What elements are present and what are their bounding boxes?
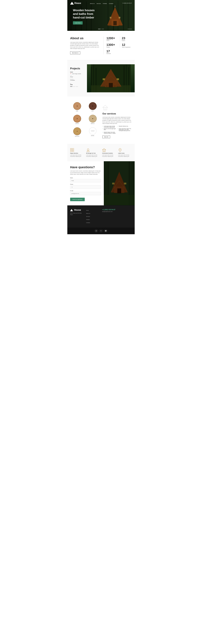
stat-experts: 23 Experts xyxy=(120,36,132,41)
svg-rect-79 xyxy=(104,150,105,152)
svg-marker-62 xyxy=(103,105,108,108)
why-selection-title: Huge selection xyxy=(70,152,84,154)
project-dot-1[interactable] xyxy=(70,86,72,87)
phone-input[interactable] xyxy=(70,186,101,189)
project-dot-2[interactable] xyxy=(73,86,75,87)
svg-point-39 xyxy=(92,106,93,106)
footer-nav: Home About Us Services Portfolio Contact… xyxy=(86,209,100,224)
footer-nav-portfolio[interactable]: Portfolio xyxy=(86,219,90,220)
nav-link-about[interactable]: About Us xyxy=(90,3,95,4)
footer-nav-services[interactable]: Services xyxy=(86,216,90,217)
wood-nut-circle xyxy=(89,102,97,110)
wood-nut-label: NUT xyxy=(92,110,94,112)
footer-social-bar: Bé xyxy=(67,228,135,234)
why-news-text: Lorem ipsum dolor sit amet, consectetuer… xyxy=(118,154,132,157)
behance-icon[interactable]: Bé xyxy=(99,229,103,232)
phone-label: Phone xyxy=(70,184,101,185)
why-news-title: Latest news xyxy=(118,152,132,154)
hero-slider-line xyxy=(128,29,132,29)
stat-awards: 17 Awerands xyxy=(106,50,118,54)
feature-4: ✓ Nascetur ridiculus mus. xyxy=(117,126,132,128)
check-icon-4: ✓ xyxy=(117,126,118,127)
why-location-title: Convenient location xyxy=(102,152,116,154)
wood-maple[interactable]: MAPLE xyxy=(86,115,100,126)
youtube-icon[interactable] xyxy=(104,229,107,232)
submit-application-button[interactable]: Submit an application xyxy=(70,198,85,201)
logo-text: House xyxy=(74,2,81,4)
wood-larch-label: LARCH xyxy=(75,123,79,124)
design-icon xyxy=(86,148,100,152)
feature-1: ✓ Lorem ipsum dolor sit amet, consectetu… xyxy=(102,126,117,128)
nav-phone: +1 (202) 315-54-07 xyxy=(122,2,132,4)
svg-marker-98 xyxy=(70,209,73,211)
projects-title: Projects xyxy=(70,67,84,70)
svg-line-76 xyxy=(88,150,89,151)
svg-point-71 xyxy=(87,149,89,150)
about-title: About us xyxy=(70,36,101,40)
wood-oak-label: OAK xyxy=(76,110,78,112)
contact-text: Lorem ipsum dolor sit amet, consectetuer… xyxy=(70,170,101,175)
project-image xyxy=(87,64,135,92)
wood-more[interactable]: MORE xyxy=(86,127,100,138)
duration-value: 3 months xyxy=(70,80,84,81)
project-counter: 1 / xyxy=(70,83,84,84)
footer-phone: +1 (202) 315-54-07 xyxy=(102,209,116,210)
more-info-button[interactable]: More info xyxy=(102,136,110,138)
project-year: 2020 xyxy=(70,84,84,85)
check-icon-2: ✓ xyxy=(102,128,103,129)
wood-more-circle xyxy=(89,127,96,135)
instagram-icon[interactable] xyxy=(95,229,98,232)
services-house-icon xyxy=(102,105,108,110)
name-label: Name xyxy=(70,177,101,178)
wood-spruce[interactable]: SPRUCE xyxy=(70,127,84,138)
why-design-title: 3D design for free xyxy=(86,152,100,154)
area-value: 79 m² xyxy=(70,76,84,78)
learn-more-button[interactable]: Learn More xyxy=(73,21,83,24)
feature-3: ✓ Aenean massa. Cum sociis natoque penat… xyxy=(102,132,117,134)
nav-link-portfolio[interactable]: Portfolio xyxy=(103,3,107,4)
location-icon xyxy=(102,148,116,152)
svg-point-101 xyxy=(97,230,97,230)
check-icon-1: ✓ xyxy=(102,126,103,127)
footer-logo: House xyxy=(70,209,84,211)
logo-icon xyxy=(70,2,74,4)
wood-oak-circle xyxy=(73,102,81,110)
svg-rect-99 xyxy=(96,230,97,232)
stat-clients: 1200+ Clients xyxy=(106,36,118,41)
wood-maple-label: MAPLE xyxy=(91,123,94,124)
nav-link-services[interactable]: Services xyxy=(97,3,101,4)
svg-point-46 xyxy=(77,118,77,119)
wood-larch-circle xyxy=(73,115,81,122)
svg-marker-77 xyxy=(102,148,106,150)
why-design-text: Lorem ipsum dolor sit amet, consectetuer… xyxy=(86,154,100,157)
project-type: Hotel xyxy=(70,72,84,73)
why-news: Latest news Lorem ipsum dolor sit amet, … xyxy=(118,148,132,157)
svg-rect-64 xyxy=(105,108,106,110)
nav-link-contacts[interactable]: Contacts xyxy=(109,3,113,4)
footer-address: 1907 E Red Line Rd #108, Texas xyxy=(70,212,84,216)
wood-spruce-circle xyxy=(73,127,81,135)
footer-nav-home[interactable]: Home xyxy=(86,210,89,211)
email-input[interactable] xyxy=(70,192,101,195)
stat-projects: 1300+ Projects xyxy=(106,43,118,48)
wood-larch[interactable]: LARCH xyxy=(70,115,84,126)
wood-oak[interactable]: OAK xyxy=(70,102,84,113)
more-about-us-button[interactable]: More About Us xyxy=(70,52,80,54)
footer-contact: +1 (202) 315-54-07 info@cabinhouse.com xyxy=(102,209,116,224)
wood-spruce-label: SPRUCE xyxy=(75,136,79,137)
name-input[interactable] xyxy=(70,179,101,182)
svg-rect-25 xyxy=(91,64,131,92)
project-dot-3[interactable] xyxy=(76,86,78,87)
feature-2: ✓ Aenean commodo ligula eget dolor. xyxy=(102,128,117,131)
logo: House xyxy=(70,2,81,4)
wood-nut[interactable]: NUT xyxy=(86,102,100,113)
footer-nav-about[interactable]: About Us xyxy=(86,213,90,214)
svg-point-100 xyxy=(96,230,97,231)
feature-5: ✓ Donec quam felis, ultrices nec, pretiu… xyxy=(117,128,132,131)
svg-line-73 xyxy=(89,150,89,152)
why-design: 3D design for free Lorem ipsum dolor sit… xyxy=(86,148,100,157)
wood-more-label: MORE xyxy=(91,135,94,136)
footer-nav-contacts[interactable]: Contacts xyxy=(86,222,90,223)
selection-icon xyxy=(70,148,84,152)
services-text: Lorem ipsum dolor sit amet, consectetuer… xyxy=(102,116,132,124)
